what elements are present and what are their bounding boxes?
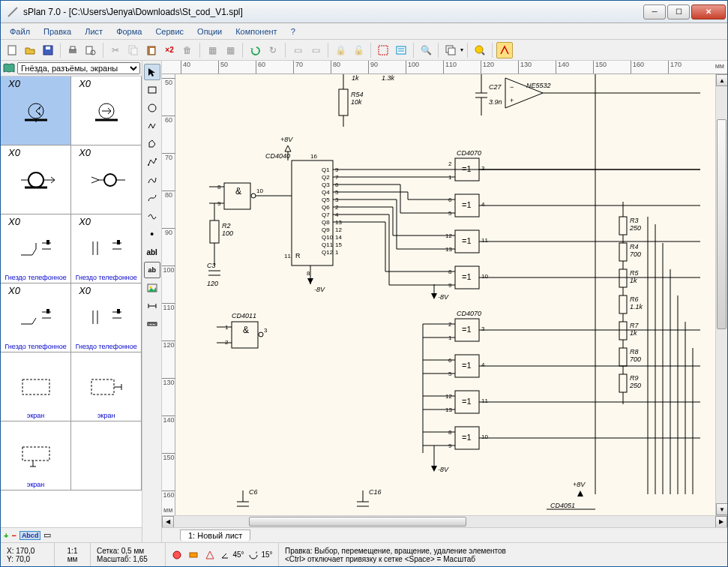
- text-tool[interactable]: abI: [144, 244, 160, 260]
- svg-text:Q11: Q11: [322, 242, 334, 248]
- sheet-tab-1[interactable]: 1: Новый лист: [180, 530, 250, 541]
- minimize-button[interactable]: ─: [643, 4, 666, 20]
- status-help-2: <Ctrl> отключает привязку к сетке <Space…: [285, 555, 721, 563]
- image-tool[interactable]: [144, 280, 160, 296]
- main-area: Гнёзда, разъёмы, экраны X0 X0 X0: [1, 61, 727, 542]
- svg-text:=1: =1: [462, 361, 472, 370]
- ruler-tool[interactable]: [144, 316, 160, 332]
- find-button[interactable]: 🔍: [418, 42, 434, 58]
- svg-text:+8V: +8V: [573, 481, 586, 488]
- status-icon-1[interactable]: [170, 548, 184, 562]
- svg-text:Q6: Q6: [322, 204, 330, 211]
- rect-tool[interactable]: [144, 82, 160, 98]
- delete-button[interactable]: 🗑: [179, 42, 196, 58]
- undo-button[interactable]: [247, 42, 263, 58]
- label-mode-button[interactable]: Abcd: [19, 531, 41, 540]
- lib-item-8[interactable]: экран: [1, 352, 71, 421]
- polygon-tool[interactable]: [144, 136, 160, 152]
- svg-text:=1: =1: [462, 236, 472, 245]
- status-icon-2[interactable]: [187, 548, 200, 562]
- lib-item-2[interactable]: X0: [1, 146, 71, 214]
- new-button[interactable]: [4, 42, 20, 58]
- unlock-button[interactable]: 🔓: [350, 42, 367, 58]
- layers-button[interactable]: [442, 42, 459, 58]
- lib-item-6[interactable]: X0 Гнездо телефонное: [1, 284, 71, 352]
- lib-item-9[interactable]: экран: [71, 352, 142, 421]
- menu-service[interactable]: Сервис: [149, 26, 190, 38]
- svg-rect-4: [70, 46, 75, 50]
- svg-text:Q5: Q5: [322, 196, 330, 203]
- vertical-tool-palette: • abI ab: [142, 61, 162, 542]
- maximize-button[interactable]: ☐: [667, 4, 690, 20]
- svg-text:C16: C16: [369, 488, 382, 496]
- svg-text:11: 11: [481, 398, 488, 404]
- menu-file[interactable]: Файл: [4, 26, 36, 38]
- pointer-tool[interactable]: [144, 64, 160, 80]
- highlight-button[interactable]: [496, 42, 513, 58]
- svg-text:250: 250: [629, 224, 641, 232]
- curve-tool[interactable]: [144, 172, 160, 188]
- spline-tool[interactable]: [144, 208, 160, 224]
- close-button[interactable]: ✕: [691, 4, 726, 20]
- ungroup-button[interactable]: ▭: [307, 42, 324, 58]
- bezier-tool[interactable]: [144, 190, 160, 206]
- lib-item-0[interactable]: X0: [1, 76, 71, 145]
- menu-options[interactable]: Опции: [191, 26, 228, 38]
- circle-tool[interactable]: [144, 100, 160, 116]
- svg-text:-8V: -8V: [314, 286, 325, 293]
- cut-button[interactable]: ✂: [107, 42, 124, 58]
- textblock-tool[interactable]: ab: [144, 262, 160, 278]
- group-front-button[interactable]: ▦: [204, 42, 220, 58]
- save-button[interactable]: [40, 42, 56, 58]
- group-button[interactable]: ▭: [289, 42, 306, 58]
- lock-button[interactable]: 🔒: [332, 42, 349, 58]
- polyline-tool[interactable]: [144, 154, 160, 170]
- lib-item-11[interactable]: [71, 422, 142, 490]
- scrollbar-vertical[interactable]: ▲ ▼: [715, 74, 727, 515]
- dimension-tool[interactable]: [144, 298, 160, 314]
- svg-text:CD4051: CD4051: [550, 502, 575, 509]
- lib-item-4[interactable]: X0 Гнездо телефонное: [1, 214, 71, 283]
- scrollbar-horizontal[interactable]: ◀ ▶: [162, 515, 727, 527]
- lib-item-7[interactable]: X0 Гнездо телефонное: [71, 284, 142, 352]
- menubar: Файл Правка Лист Форма Сервис Опции Комп…: [1, 23, 727, 40]
- paste-button[interactable]: [143, 42, 160, 58]
- duplicate-button[interactable]: ×2: [161, 42, 178, 58]
- redo-button[interactable]: ↻: [265, 42, 281, 58]
- status-angle-1[interactable]: 45°: [220, 548, 245, 562]
- svg-text:-8V: -8V: [438, 293, 449, 301]
- status-icon-3[interactable]: [203, 548, 217, 562]
- svg-text:Q2: Q2: [322, 174, 330, 181]
- library-select[interactable]: Гнёзда, разъёмы, экраны: [17, 62, 140, 74]
- component-list-button[interactable]: [393, 42, 409, 58]
- svg-rect-42: [148, 87, 156, 93]
- select-rect-button[interactable]: [375, 42, 391, 58]
- scale-ratio: 1:1: [61, 547, 84, 555]
- view-fit-button[interactable]: [472, 42, 488, 58]
- menu-form[interactable]: Форма: [110, 26, 148, 38]
- menu-component[interactable]: Компонент: [229, 26, 283, 38]
- lib-item-10[interactable]: экран: [1, 422, 71, 490]
- print-button[interactable]: [64, 42, 81, 58]
- menu-sheet[interactable]: Лист: [79, 26, 109, 38]
- status-angle-2[interactable]: 15°: [248, 548, 274, 562]
- plus-icon[interactable]: +: [4, 531, 8, 540]
- lib-nav-icon[interactable]: ▭: [43, 530, 51, 540]
- group-back-button[interactable]: ▦: [222, 42, 238, 58]
- open-button[interactable]: [22, 42, 38, 58]
- svg-point-129: [259, 332, 263, 337]
- svg-text:4: 4: [481, 201, 485, 208]
- copy-button[interactable]: [125, 42, 142, 58]
- menu-edit[interactable]: Правка: [37, 26, 77, 38]
- lib-item-1[interactable]: X0: [71, 76, 142, 145]
- node-tool[interactable]: •: [144, 226, 160, 242]
- svg-text:3: 3: [481, 326, 485, 332]
- minus-icon[interactable]: −: [11, 531, 16, 540]
- menu-help[interactable]: ?: [285, 26, 301, 38]
- preview-button[interactable]: [82, 42, 99, 58]
- lib-item-3[interactable]: X0: [71, 146, 142, 214]
- schematic-canvas[interactable]: R54 10k 1k 1.3k C27 3.9n: [175, 74, 715, 515]
- svg-text:R6: R6: [630, 296, 639, 303]
- zigzag-tool[interactable]: [144, 118, 160, 134]
- lib-item-5[interactable]: X0 Гнездо телефонное: [71, 214, 142, 283]
